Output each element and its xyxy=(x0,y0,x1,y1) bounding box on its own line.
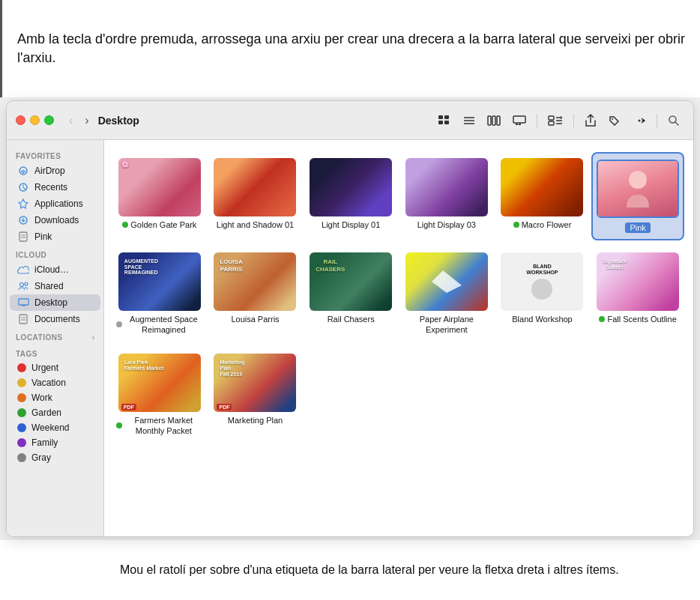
pink-doc-icon xyxy=(17,231,29,243)
bottom-annotation-text: Mou el ratolí per sobre d'una etiqueta d… xyxy=(120,562,619,578)
file-item-bland[interactable]: BLANDWORKSHOP Bland Workshop xyxy=(496,246,589,342)
file-area[interactable]: 🌸 Golden Gate Park Light and Shadow 01 L… xyxy=(104,140,693,536)
sidebar-item-urgent[interactable]: Urgent xyxy=(10,360,100,375)
file-status-macro-flower: Macro Flower xyxy=(513,219,572,230)
sidebar-item-shared[interactable]: Shared xyxy=(10,278,100,294)
toolbar-separator-3 xyxy=(657,114,657,127)
sidebar-item-work[interactable]: Work xyxy=(10,390,100,405)
tag-button[interactable] xyxy=(604,112,625,130)
view-gallery-button[interactable] xyxy=(508,112,531,129)
urgent-tag-dot xyxy=(17,363,26,372)
file-name-louisa: Louisa Parris xyxy=(231,314,279,324)
file-item-fall[interactable]: SignatureScents Fall Scents Outline xyxy=(591,246,684,342)
gray-label: Gray xyxy=(31,452,51,463)
sidebar-item-recents[interactable]: Recents xyxy=(10,179,100,196)
sidebar-item-vacation[interactable]: Vacation xyxy=(10,375,100,390)
share-button[interactable] xyxy=(580,111,601,130)
weekend-tag-dot xyxy=(17,423,26,432)
file-item-light-display-01[interactable]: Light Display 01 xyxy=(304,152,397,240)
downloads-icon xyxy=(17,214,29,226)
file-thumbnail-fall: SignatureScents xyxy=(597,252,679,311)
file-item-golden-gate[interactable]: 🌸 Golden Gate Park xyxy=(113,152,206,240)
svg-rect-32 xyxy=(19,299,28,305)
icloud-label: iCloud… xyxy=(34,264,69,275)
svg-rect-2 xyxy=(438,121,443,124)
documents-label: Documents xyxy=(34,314,80,324)
file-item-macro-flower[interactable]: Macro Flower xyxy=(496,152,589,240)
sidebar-item-airdrop[interactable]: AirDrop xyxy=(10,163,100,179)
file-item-marketing[interactable]: MarketingPlanFall 2019 PDF Marketing Pla… xyxy=(209,348,302,443)
file-item-light-shadow[interactable]: Light and Shadow 01 xyxy=(209,152,302,240)
file-thumbnail-marketing: MarketingPlanFall 2019 PDF xyxy=(214,354,296,412)
family-label: Family xyxy=(31,437,58,448)
svg-rect-11 xyxy=(516,124,518,125)
share-icon xyxy=(585,114,597,127)
pink-selected-badge: Pink xyxy=(625,222,650,233)
toolbar-icons xyxy=(433,111,684,130)
applications-icon xyxy=(17,198,29,210)
file-name-golden-gate: Golden Gate Park xyxy=(130,219,196,230)
status-dot-farmers xyxy=(116,422,122,428)
sidebar-item-applications[interactable]: Applications xyxy=(10,196,100,212)
group-button[interactable] xyxy=(543,112,567,129)
file-item-rail[interactable]: RAILCHASERS Rail Chasers xyxy=(304,246,397,342)
svg-rect-1 xyxy=(444,115,449,119)
file-thumbnail-farmers: Lara ParkFarmers Market PDF xyxy=(118,354,201,412)
garden-tag-dot xyxy=(17,408,26,417)
minimize-button[interactable] xyxy=(30,115,40,125)
favorites-header: Favorites xyxy=(7,146,103,163)
forward-button[interactable]: › xyxy=(82,112,91,129)
file-item-farmers[interactable]: Lara ParkFarmers Market PDF Farmers Mark… xyxy=(113,348,206,443)
shared-icon xyxy=(17,280,29,292)
sidebar-item-gray[interactable]: Gray xyxy=(10,450,100,465)
sidebar-item-desktop[interactable]: Desktop xyxy=(10,294,100,311)
sidebar-item-weekend[interactable]: Weekend xyxy=(10,420,100,435)
view-grid-button[interactable] xyxy=(433,112,456,130)
urgent-label: Urgent xyxy=(31,363,58,373)
view-list-button[interactable] xyxy=(459,112,480,129)
locations-arrow[interactable]: › xyxy=(92,333,94,342)
sidebar-item-garden[interactable]: Garden xyxy=(10,405,100,420)
file-thumbnail-bland: BLANDWORKSHOP xyxy=(501,252,583,311)
sidebar-item-downloads[interactable]: Downloads xyxy=(10,212,100,228)
file-item-augmented[interactable]: AUGMENTEDSPACEREIMAGINED Augmented Space… xyxy=(113,246,206,342)
search-button[interactable] xyxy=(663,112,684,130)
recents-icon xyxy=(17,181,29,193)
pdf-badge-marketing: PDF xyxy=(217,404,232,410)
icloud-icon xyxy=(17,264,29,276)
tags-header: Tags xyxy=(7,344,103,360)
file-item-pink[interactable]: Pink xyxy=(591,152,684,240)
more-button[interactable] xyxy=(628,112,651,130)
back-button[interactable]: ‹ xyxy=(66,112,76,129)
close-button[interactable] xyxy=(16,115,25,125)
status-dot-fall xyxy=(599,316,605,322)
file-item-louisa[interactable]: LOUISAPARRIS Louisa Parris xyxy=(209,246,302,342)
svg-rect-7 xyxy=(488,116,491,125)
sidebar-item-pink[interactable]: Pink xyxy=(10,228,100,245)
airdrop-label: AirDrop xyxy=(34,166,65,176)
columns-icon xyxy=(487,115,501,126)
file-item-paper[interactable]: Paper Airplane Experiment xyxy=(400,246,493,342)
status-dot-golden-gate xyxy=(122,222,128,228)
file-name-farmers: Farmers Market Monthly Packet xyxy=(124,415,203,437)
file-item-light-display-03[interactable]: Light Display 03 xyxy=(400,152,493,240)
file-status-augmented: Augmented Space Reimagined xyxy=(116,314,203,336)
status-dot-macro-flower xyxy=(513,222,519,228)
more-icon xyxy=(633,115,646,127)
fullscreen-button[interactable] xyxy=(44,115,54,125)
file-grid: 🌸 Golden Gate Park Light and Shadow 01 L… xyxy=(113,152,684,442)
file-status-golden-gate: Golden Gate Park xyxy=(122,219,196,230)
gray-tag-dot xyxy=(17,453,26,462)
sidebar-item-family[interactable]: Family xyxy=(10,435,100,450)
sidebar-item-icloud[interactable]: iCloud… xyxy=(10,261,100,278)
file-name-paper: Paper Airplane Experiment xyxy=(405,314,488,336)
file-name-bland: Bland Workshop xyxy=(512,314,573,324)
svg-point-18 xyxy=(612,118,613,120)
svg-rect-12 xyxy=(519,124,521,125)
titlebar: ‹ › Desktop xyxy=(7,101,693,140)
vacation-tag-dot xyxy=(17,378,26,387)
sidebar-item-documents[interactable]: Documents xyxy=(10,311,100,327)
file-name-macro-flower: Macro Flower xyxy=(522,219,572,230)
view-columns-button[interactable] xyxy=(483,112,505,129)
recents-label: Recents xyxy=(34,182,67,193)
